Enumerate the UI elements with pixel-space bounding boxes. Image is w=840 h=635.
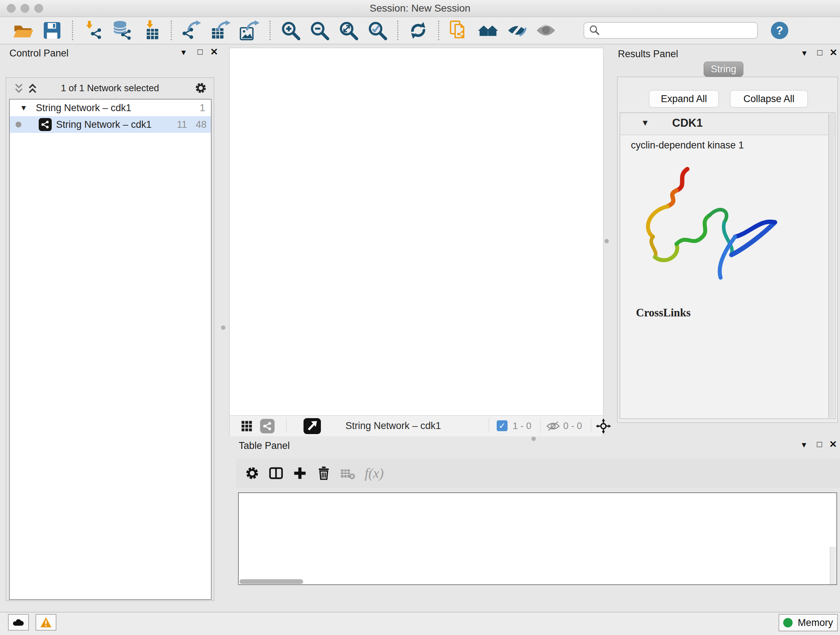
panel-close-icon[interactable]: ✕ (829, 47, 837, 58)
results-panel: Results Panel ▼ □ ✕ String Expand All Co… (614, 48, 840, 427)
toolbar-separator (171, 21, 172, 40)
network-view-title: String Network – cdk1 (346, 416, 441, 436)
tree-expand-icon[interactable]: ▼ (20, 100, 27, 116)
memory-status-dot (783, 618, 793, 627)
table-vertical-scrollbar[interactable] (830, 547, 836, 585)
zoom-in-icon[interactable] (280, 20, 301, 41)
gene-name: CDK1 (672, 117, 703, 130)
network-tree: ▼ String Network – cdk1 1 String Network… (9, 99, 212, 600)
save-session-button[interactable] (42, 20, 63, 41)
tab-string[interactable]: String (704, 62, 744, 77)
node-table (238, 492, 837, 585)
export-table-icon[interactable] (210, 20, 231, 41)
network-badge-icon[interactable] (260, 419, 275, 433)
network-view-panel: String Network – cdk1 ✓ 1 - 0 0 - 0 (229, 48, 603, 436)
main-toolbar: ? (0, 17, 840, 44)
selected-checkbox-icon[interactable]: ✓ (497, 420, 508, 431)
open-session-button[interactable] (13, 20, 34, 41)
function-builder-icon: f(x) (365, 465, 384, 481)
panel-close-icon[interactable]: ✕ (210, 46, 218, 57)
node-count: 11 (177, 116, 187, 133)
zoom-fit-icon[interactable] (338, 20, 359, 41)
collapse-all-button[interactable]: Collapse All (730, 90, 808, 108)
table-horizontal-scrollbar[interactable] (240, 579, 303, 584)
close-window-icon[interactable] (7, 4, 16, 13)
gene-description: cyclin-dependent kinase 1 (631, 140, 744, 151)
minimize-window-icon[interactable] (21, 4, 29, 13)
import-table-icon[interactable] (141, 20, 161, 41)
show-all-icon[interactable] (535, 20, 556, 41)
table-settings-gear-icon[interactable] (245, 466, 260, 481)
crosslinks-title: CrossLinks (636, 306, 691, 319)
delete-column-icon[interactable] (316, 466, 332, 481)
status-bar: Memory (0, 612, 840, 635)
panel-collapse-icon[interactable]: ▼ (801, 48, 808, 59)
results-panel-title: Results Panel (618, 49, 678, 60)
string-results-box: Expand All Collapse All ▼ CDK1 cyclin-de… (617, 77, 838, 423)
table-panel: Table Panel ▼ □ ✕ f(x) (236, 440, 840, 608)
bar-separator (540, 418, 540, 433)
help-icon[interactable]: ? (771, 22, 788, 39)
panel-float-icon[interactable]: □ (197, 46, 203, 57)
network-label: String Network – cdk1 (56, 116, 152, 133)
control-panel: Control Panel ▼ □ ✕ 1 of 1 Network selec… (4, 47, 216, 602)
gene-section-header[interactable]: ▼ CDK1 (620, 113, 835, 135)
hidden-count: 0 - 0 (563, 416, 582, 436)
memory-button[interactable]: Memory (778, 614, 838, 631)
control-panel-title: Control Panel (9, 48, 69, 59)
section-expand-icon[interactable]: ▼ (641, 118, 649, 128)
network-icon (39, 118, 52, 131)
network-selection-status: 1 of 1 Network selected (6, 78, 214, 98)
expand-all-button[interactable]: Expand All (649, 90, 719, 108)
search-box (584, 22, 758, 39)
zoom-out-icon[interactable] (309, 20, 330, 41)
birds-eye-crosshair-icon[interactable] (596, 418, 611, 434)
bar-separator (591, 418, 591, 433)
bar-separator (489, 418, 489, 433)
hidden-eye-icon (546, 421, 561, 431)
network-collection-row[interactable]: ▼ String Network – cdk1 1 (10, 100, 211, 116)
network-canvas[interactable] (230, 48, 604, 415)
vertical-splitter-handle[interactable] (605, 239, 609, 243)
import-network-icon[interactable] (82, 20, 103, 41)
search-input[interactable] (584, 22, 758, 39)
zoom-selected-icon[interactable] (367, 20, 388, 41)
protein-structure-image (633, 160, 789, 290)
grid-view-icon[interactable] (240, 419, 254, 433)
cloud-icon[interactable] (8, 614, 29, 631)
refresh-icon[interactable] (408, 20, 429, 41)
window-title: Session: New Session (0, 0, 840, 17)
panel-float-icon[interactable]: □ (817, 47, 823, 58)
network-from-selection-icon[interactable] (448, 20, 470, 41)
detach-view-icon[interactable] (303, 418, 321, 434)
toolbar-separator (270, 21, 271, 40)
toolbar-separator (72, 21, 73, 40)
collection-count: 1 (200, 100, 205, 116)
export-network-icon[interactable] (181, 20, 202, 41)
import-network-from-database-icon[interactable] (111, 20, 133, 41)
maximize-window-icon[interactable] (34, 4, 43, 13)
network-collection-label: String Network – cdk1 (36, 100, 131, 116)
delete-table-icon (340, 466, 355, 481)
network-view-toolbar: String Network – cdk1 ✓ 1 - 0 0 - 0 (230, 415, 603, 436)
network-options-gear-icon[interactable] (194, 81, 207, 95)
panel-collapse-icon[interactable]: ▼ (800, 440, 808, 450)
results-scrollbar[interactable] (829, 114, 834, 418)
show-columns-icon[interactable] (268, 466, 284, 481)
warning-icon[interactable] (35, 614, 57, 631)
network-row-selected[interactable]: String Network – cdk1 11 48 (10, 116, 211, 133)
export-image-icon[interactable] (239, 20, 260, 41)
panel-float-icon[interactable]: □ (817, 439, 822, 450)
toolbar-separator (438, 21, 439, 40)
homes-icon[interactable] (477, 20, 499, 41)
memory-label: Memory (798, 617, 833, 629)
add-column-icon[interactable] (292, 466, 308, 481)
selected-count: 1 - 0 (513, 416, 531, 436)
network-tab-panel: 1 of 1 Network selected ▼ String Network… (6, 78, 214, 601)
table-toolbar: f(x) (236, 458, 840, 488)
current-network-dot-icon (16, 122, 21, 127)
vertical-splitter-handle[interactable] (221, 325, 225, 330)
panel-collapse-icon[interactable]: ▼ (180, 47, 187, 58)
panel-close-icon[interactable]: ✕ (829, 439, 837, 450)
hide-selected-icon[interactable] (507, 20, 527, 41)
